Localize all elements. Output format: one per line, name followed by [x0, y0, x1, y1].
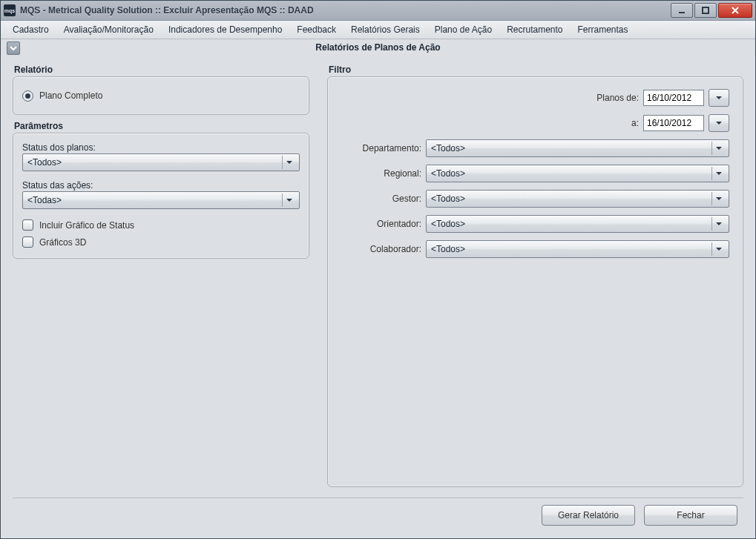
- status-acoes-value: <Todas>: [27, 195, 282, 205]
- page-title: Relatórios de Planos de Ação: [315, 42, 440, 53]
- maximize-icon: [701, 6, 710, 15]
- chevron-down-icon: [711, 217, 726, 231]
- colaborador-value: <Todos>: [431, 244, 711, 254]
- minimize-icon: [677, 6, 686, 15]
- page-title-row: Relatórios de Planos de Ação: [1, 39, 755, 56]
- a-row: a:: [341, 114, 729, 132]
- chevron-down-icon: [711, 242, 726, 256]
- app-window: mqs MQS - Metrical Quality Solution :: E…: [0, 0, 756, 539]
- menu-feedback[interactable]: Feedback: [289, 21, 344, 39]
- gestor-value: <Todos>: [431, 194, 711, 204]
- radio-icon: [22, 90, 33, 102]
- window-title: MQS - Metrical Quality Solution :: Exclu…: [20, 5, 314, 16]
- app-icon: mqs: [4, 4, 16, 16]
- graficos-3d-check[interactable]: Gráficos 3D: [22, 234, 300, 251]
- chevron-down-icon: [711, 167, 726, 180]
- status-planos-select[interactable]: <Todos>: [22, 153, 300, 171]
- title-bar: mqs MQS - Metrical Quality Solution :: E…: [1, 1, 755, 21]
- colaborador-label: Colaborador:: [341, 244, 421, 254]
- group-parametros-frame: Status dos planos: <Todos> Status das aç…: [13, 133, 309, 259]
- group-parametros: Parâmetros Status dos planos: <Todos> St…: [13, 121, 309, 259]
- gerar-relatorio-button[interactable]: Gerar Relatório: [542, 505, 635, 526]
- menu-relatorios-gerais[interactable]: Relatórios Gerais: [344, 21, 427, 39]
- incluir-grafico-check[interactable]: Incluir Gráfico de Status: [22, 216, 300, 234]
- planos-de-row: Planos de:: [341, 89, 729, 107]
- svg-rect-0: [679, 12, 685, 13]
- svg-rect-1: [703, 7, 709, 13]
- gestor-select[interactable]: <Todos>: [426, 190, 729, 208]
- radio-plano-completo-label: Plano Completo: [39, 90, 102, 101]
- content-area: Relatório Plano Completo Parâmetros Stat…: [1, 56, 755, 497]
- planos-de-label: Planos de:: [341, 93, 639, 103]
- close-icon: [731, 6, 740, 15]
- departamento-select[interactable]: <Todos>: [426, 139, 729, 157]
- menu-recrutamento[interactable]: Recrutamento: [499, 21, 570, 39]
- a-label: a:: [341, 118, 639, 128]
- orientador-value: <Todos>: [431, 219, 711, 229]
- regional-label: Regional:: [341, 168, 421, 179]
- chevron-down-icon: [715, 94, 723, 102]
- a-input[interactable]: [643, 115, 704, 131]
- status-acoes-label: Status das ações:: [22, 179, 300, 191]
- group-relatorio-label: Relatório: [13, 65, 309, 76]
- fechar-button[interactable]: Fechar: [644, 505, 737, 526]
- collapse-panel-button[interactable]: [7, 42, 20, 55]
- departamento-label: Departamento:: [341, 143, 421, 153]
- gestor-row: Gestor: <Todos>: [341, 190, 729, 208]
- menu-avaliacao[interactable]: Avaliação/Monitoração: [56, 21, 161, 39]
- left-column: Relatório Plano Completo Parâmetros Stat…: [13, 62, 309, 495]
- gestor-label: Gestor:: [341, 194, 421, 204]
- right-column: Filtro Planos de: a:: [327, 62, 743, 495]
- orientador-label: Orientador:: [341, 219, 421, 229]
- colaborador-row: Colaborador: <Todos>: [341, 240, 729, 258]
- chevron-down-icon: [715, 119, 723, 127]
- regional-value: <Todos>: [431, 168, 711, 179]
- checkbox-icon: [22, 237, 33, 248]
- group-filtro-frame: Planos de: a:: [327, 76, 743, 487]
- orientador-row: Orientador: <Todos>: [341, 215, 729, 233]
- incluir-grafico-label: Incluir Gráfico de Status: [39, 220, 134, 231]
- planos-de-input[interactable]: [643, 90, 704, 106]
- radio-plano-completo[interactable]: Plano Completo: [22, 87, 102, 105]
- departamento-value: <Todos>: [431, 143, 711, 153]
- chevron-down-icon: [282, 156, 296, 169]
- menu-indicadores[interactable]: Indicadores de Desempenho: [161, 21, 289, 39]
- group-relatorio: Relatório Plano Completo: [13, 65, 309, 115]
- regional-row: Regional: <Todos>: [341, 165, 729, 182]
- menu-ferramentas[interactable]: Ferramentas: [571, 21, 636, 39]
- status-acoes-select[interactable]: <Todas>: [22, 191, 300, 209]
- chevron-down-icon: [711, 192, 726, 205]
- menu-bar: Cadastro Avaliação/Monitoração Indicador…: [1, 21, 755, 39]
- group-filtro-label: Filtro: [327, 65, 743, 76]
- menu-cadastro[interactable]: Cadastro: [5, 21, 56, 39]
- regional-select[interactable]: <Todos>: [426, 165, 729, 182]
- close-button[interactable]: [718, 3, 752, 18]
- filter-selects: Departamento: <Todos> Regional: <Todos>: [341, 139, 729, 258]
- minimize-button[interactable]: [671, 3, 693, 18]
- status-planos-label: Status dos planos:: [22, 141, 300, 153]
- orientador-select[interactable]: <Todos>: [426, 215, 729, 233]
- fechar-label: Fechar: [677, 510, 704, 520]
- chevron-down-icon: [282, 194, 296, 207]
- maximize-button[interactable]: [694, 3, 717, 18]
- group-filtro: Filtro Planos de: a:: [327, 65, 743, 487]
- departamento-row: Departamento: <Todos>: [341, 139, 729, 157]
- colaborador-select[interactable]: <Todos>: [426, 240, 729, 258]
- window-controls: [671, 3, 752, 18]
- status-planos-value: <Todos>: [27, 157, 282, 168]
- group-relatorio-frame: Plano Completo: [13, 76, 309, 115]
- group-parametros-label: Parâmetros: [13, 121, 309, 133]
- gerar-relatorio-label: Gerar Relatório: [558, 510, 619, 520]
- checkbox-icon: [22, 219, 33, 231]
- planos-de-date-button[interactable]: [709, 89, 729, 107]
- graficos-3d-label: Gráficos 3D: [39, 237, 86, 248]
- menu-plano-acao[interactable]: Plano de Ação: [427, 21, 499, 39]
- a-date-button[interactable]: [709, 114, 729, 132]
- chevron-down-icon: [10, 44, 17, 52]
- chevron-down-icon: [711, 142, 726, 155]
- footer: Gerar Relatório Fechar: [1, 498, 755, 538]
